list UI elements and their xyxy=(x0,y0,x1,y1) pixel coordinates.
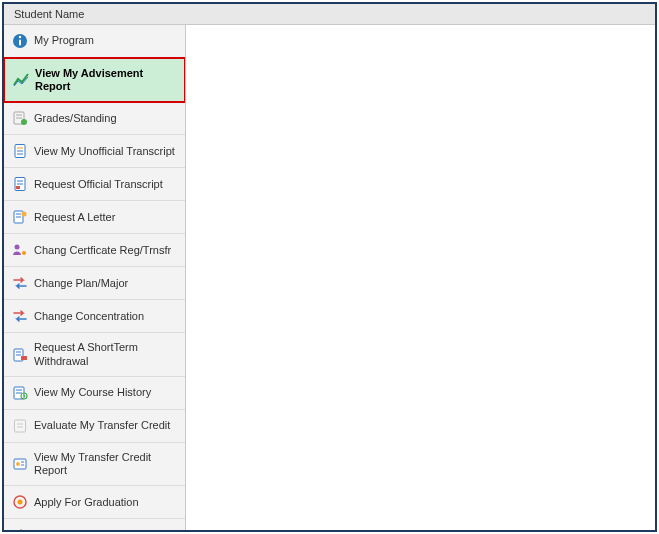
sidebar-item-evaluate-transfer-credit[interactable]: Evaluate My Transfer Credit xyxy=(4,410,185,443)
person-swap-icon xyxy=(12,242,28,258)
swap-arrows-icon xyxy=(12,308,28,324)
sidebar-item-label: My Program xyxy=(34,34,94,47)
info-icon xyxy=(12,33,28,49)
sidebar-item-request-letter[interactable]: Request A Letter xyxy=(4,201,185,234)
svg-rect-1 xyxy=(19,40,21,46)
sidebar-item-short-term-withdrawal[interactable]: Request A ShortTerm Withdrawal xyxy=(4,333,185,376)
sidebar-item-transfer-credit-report[interactable]: View My Transfer Credit Report xyxy=(4,443,185,486)
credit-report-icon xyxy=(12,456,28,472)
sidebar-item-view-advisement-report[interactable]: View My Advisement Report xyxy=(4,57,186,103)
sidebar-item-label: Apply For Graduation xyxy=(34,496,139,509)
sidebar-item-label: Change Concentration xyxy=(34,310,144,323)
document-request-icon xyxy=(12,176,28,192)
document-withdraw-icon xyxy=(12,347,28,363)
sidebar-item-official-transcript[interactable]: Request Official Transcript xyxy=(4,168,185,201)
svg-point-37 xyxy=(18,500,23,505)
sidebar-item-label: Request A Letter xyxy=(34,211,115,224)
document-icon xyxy=(12,143,28,159)
content-area xyxy=(186,25,655,530)
sidebar-item-label: View My Advisement Report xyxy=(35,67,176,93)
svg-rect-14 xyxy=(16,186,20,189)
swap-arrows-icon xyxy=(12,275,28,291)
sidebar-item-select-minor[interactable]: Select Minor xyxy=(4,519,185,530)
sidebar-item-grades-standing[interactable]: Grades/Standing xyxy=(4,102,185,135)
swap-arrows-icon xyxy=(12,527,28,530)
graduation-icon xyxy=(12,494,28,510)
svg-point-33 xyxy=(16,462,20,466)
svg-point-19 xyxy=(15,245,20,250)
sidebar-item-change-concentration[interactable]: Change Concentration xyxy=(4,300,185,333)
svg-point-2 xyxy=(19,36,21,38)
svg-point-20 xyxy=(22,251,26,255)
sidebar-item-unofficial-transcript[interactable]: View My Unofficial Transcript xyxy=(4,135,185,168)
svg-point-6 xyxy=(21,119,27,125)
sidebar-item-label: Evaluate My Transfer Credit xyxy=(34,419,170,432)
sidebar-item-my-program[interactable]: My Program xyxy=(4,25,185,58)
window-header: Student Name xyxy=(4,4,655,25)
sidebar-item-change-plan-major[interactable]: Change Plan/Major xyxy=(4,267,185,300)
sidebar-item-change-certificate[interactable]: Chang Certficate Reg/Trnsfr xyxy=(4,234,185,267)
sidebar-item-label: View My Unofficial Transcript xyxy=(34,145,175,158)
sidebar-item-label: Change Plan/Major xyxy=(34,277,128,290)
svg-rect-29 xyxy=(15,420,26,432)
sidebar-item-apply-graduation[interactable]: Apply For Graduation xyxy=(4,486,185,519)
sidebar-item-label: Request A ShortTerm Withdrawal xyxy=(34,341,177,367)
sidebar-item-label: Select Minor xyxy=(34,529,95,530)
evaluate-icon xyxy=(12,418,28,434)
sidebar-item-label: Chang Certficate Reg/Trnsfr xyxy=(34,244,171,257)
svg-rect-24 xyxy=(21,356,27,360)
chart-line-icon xyxy=(13,72,29,88)
window-body: My Program View My Advisement Report Gra… xyxy=(4,25,655,530)
sidebar-item-label: View My Transfer Credit Report xyxy=(34,451,177,477)
sidebar: My Program View My Advisement Report Gra… xyxy=(4,25,186,530)
sidebar-item-label: View My Course History xyxy=(34,386,151,399)
svg-point-18 xyxy=(22,212,27,217)
grades-icon xyxy=(12,110,28,126)
window-title: Student Name xyxy=(14,8,84,20)
letter-icon xyxy=(12,209,28,225)
history-icon xyxy=(12,385,28,401)
sidebar-item-label: Grades/Standing xyxy=(34,112,117,125)
sidebar-item-label: Request Official Transcript xyxy=(34,178,163,191)
sidebar-item-course-history[interactable]: View My Course History xyxy=(4,377,185,410)
student-window: Student Name My Program View My Adviseme… xyxy=(2,2,657,532)
